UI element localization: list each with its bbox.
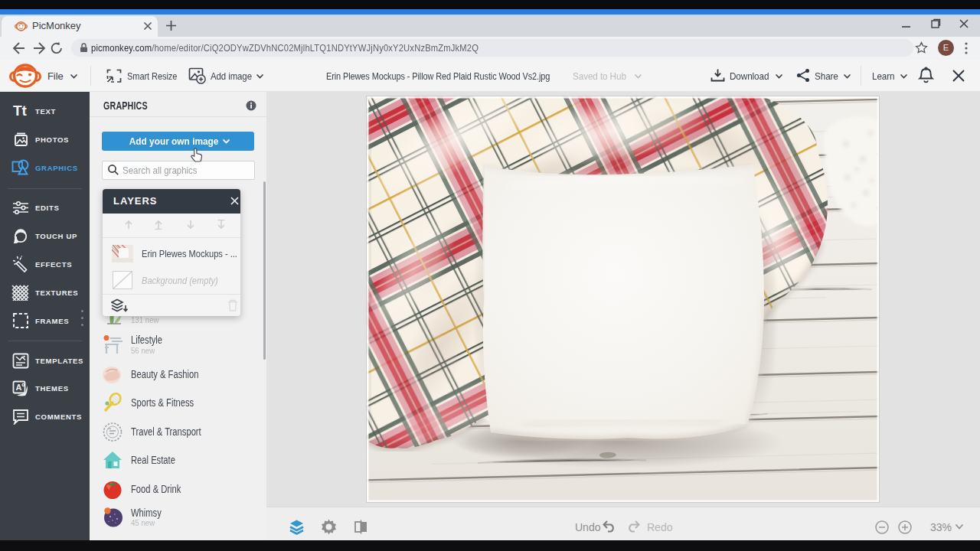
svg-text:A: A — [16, 383, 22, 392]
